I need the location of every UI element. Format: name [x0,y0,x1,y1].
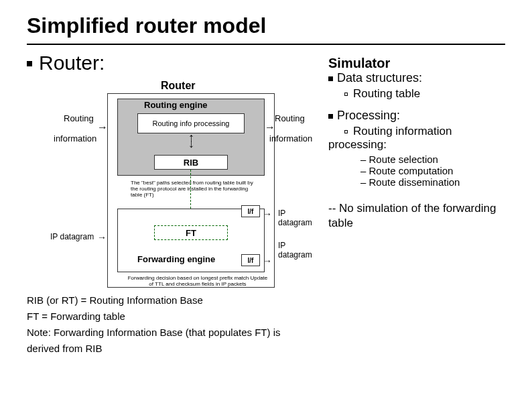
interface-box-bottom: I/f [241,254,260,266]
router-heading: Router: [39,52,105,74]
right-column: Simulator Data structures: Routing table… [328,52,505,357]
route-dissemination: – Route dissemination [360,176,505,188]
routing-engine-label: Routing engine [144,100,208,110]
router-diagram: Router Routing engine Routing info proce… [27,74,315,289]
route-selection: – Route selection [360,154,505,165]
arrow-right-icon: → [265,121,275,133]
bullet-icon [344,93,348,96]
arrow-right-icon: → [263,255,272,266]
interface-box-top: I/f [241,205,260,217]
arrow-right-icon: → [263,209,272,219]
ip-datagram-right-2: IP datagram [278,241,315,260]
routing-label-left: Routing [64,113,94,123]
slide: Simplified router model Router: Router R… [0,0,532,370]
simulator-heading: Simulator [328,56,505,71]
bullet-icon [27,61,32,66]
left-column: Router: Router Routing engine Routing in… [27,52,315,357]
processing-label: Processing: [337,109,400,122]
rib-box: RIB [154,155,228,170]
data-structures-label: Data structures: [337,71,422,84]
arrow-right-icon: → [97,121,108,133]
data-structures-row: Data structures: [328,71,505,85]
bullet-icon [344,130,348,133]
divider [27,44,505,45]
rip-item: Routing information processing: [328,125,505,152]
rib-definition: RIB (or RT) = Routing Information Base [27,292,315,308]
ft-box: FT [154,225,228,240]
fib-note: Note: Forwarding Information Base (that … [27,325,315,357]
footer-definitions: RIB (or RT) = Routing Information Base F… [27,292,315,357]
bullet-icon [328,76,333,81]
information-label-right: information [269,133,312,144]
bidir-arrow-icon: ↑↓ [188,135,194,147]
router-heading-row: Router: [27,52,315,74]
bullet-icon [328,114,333,119]
forwarding-engine-label: Forwarding engine [137,254,215,264]
best-paths-note: The "best" paths selected from routing t… [131,180,258,198]
content-row: Router: Router Routing engine Routing in… [27,52,505,357]
ip-datagram-right-1: IP datagram [278,209,315,227]
routing-label-right: Routing [275,113,305,123]
information-label-left: information [54,133,96,144]
ip-datagram-left: IP datagram [50,232,94,241]
routing-table-item: Routing table [328,87,505,101]
forwarding-note: Forwarding decision based on longest pre… [127,276,268,288]
processing-row: Processing: [328,109,505,123]
ft-definition: FT = Forwarding table [27,308,315,325]
router-label: Router [161,80,196,92]
route-computation: – Route computation [360,165,505,176]
slide-title: Simplified router model [27,13,505,38]
no-simulation-note: -- No simulation of the forwarding table [328,201,505,231]
arrow-right-icon: → [97,232,107,243]
